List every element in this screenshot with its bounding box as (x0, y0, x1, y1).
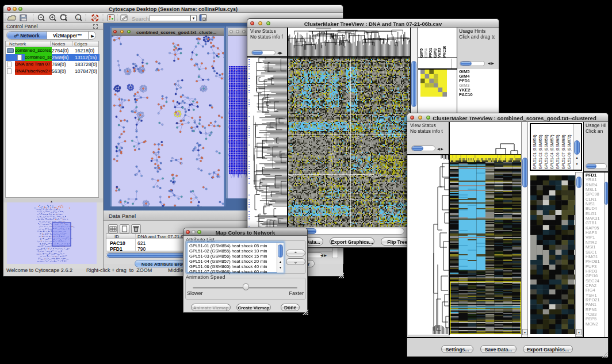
svg-text:1:1: 1:1 (77, 16, 81, 20)
